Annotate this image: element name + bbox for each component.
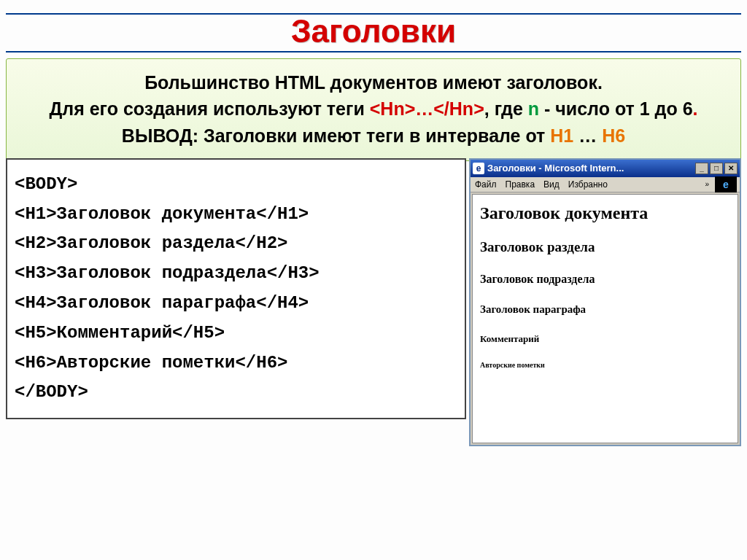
code-line: <H2>Заголовок раздела</H2> (15, 229, 457, 259)
menu-edit[interactable]: Правка (506, 179, 535, 190)
code-box: <BODY> <H1>Заголовок документа</H1> <H2>… (6, 158, 466, 419)
chevron-right-icon[interactable]: » (705, 180, 709, 188)
ie-app-icon: e (473, 163, 484, 174)
info-text3: - число от 1 до 6 (539, 98, 692, 119)
maximize-button[interactable]: □ (710, 163, 723, 174)
code-line: <H6>Авторские пометки</H6> (15, 349, 457, 378)
minimize-button[interactable]: _ (695, 163, 708, 174)
preview-h6: Авторские пометки (480, 361, 730, 369)
code-line: <H5>Комментарий</H5> (15, 319, 457, 349)
info-text: Для его создания используют теги (49, 98, 369, 119)
info-line-1: Большинство HTML документов имеют заголо… (14, 69, 733, 96)
title-underline (6, 51, 741, 52)
close-button[interactable]: ✕ (724, 163, 738, 174)
info-text2: , где (484, 98, 528, 119)
tag-close: </Hn> (433, 98, 484, 119)
browser-menubar: Файл Правка Вид Избранно » e (471, 177, 740, 192)
info-line-2: Для его создания используют теги <Hn>…</… (14, 96, 733, 122)
menu-view[interactable]: Вид (543, 179, 560, 190)
code-line: <H1>Заголовок документа</H1> (15, 200, 457, 230)
code-line: <H4>Заголовок параграфа</H4> (15, 289, 457, 319)
info-text4: ВЫВОД: Заголовки имеют теги в интервале … (122, 125, 550, 146)
ie-throbber-icon: e (715, 176, 737, 192)
tag-dots: … (415, 98, 433, 119)
menu-file[interactable]: Файл (475, 179, 497, 190)
h1-label: H1 (550, 125, 573, 146)
preview-h2: Заголовок раздела (480, 239, 730, 255)
menu-favorites[interactable]: Избранно (568, 179, 608, 190)
h6-label: H6 (602, 125, 625, 146)
preview-h3: Заголовок подраздела (480, 273, 730, 286)
browser-titlebar: e Заголовки - Microsoft Intern... _ □ ✕ (471, 160, 740, 177)
browser-window: e Заголовки - Microsoft Intern... _ □ ✕ … (469, 158, 741, 446)
code-line: <BODY> (15, 170, 457, 200)
slide-title: Заголовки (0, 13, 747, 50)
preview-h4: Заголовок параграфа (480, 303, 730, 316)
browser-content: Заголовок документа Заголовок раздела За… (472, 194, 738, 443)
code-line: <H3>Заголовок подраздела</H3> (15, 259, 457, 289)
preview-h1: Заголовок документа (480, 203, 730, 223)
info-line-3: ВЫВОД: Заголовки имеют теги в интервале … (14, 122, 733, 149)
n-var: n (528, 98, 539, 119)
period: . (693, 98, 698, 119)
code-line: </BODY> (15, 378, 457, 408)
info-box: Большинство HTML документов имеют заголо… (6, 58, 741, 161)
browser-title: Заголовки - Microsoft Intern... (487, 163, 694, 174)
tag-open: <Hn> (370, 98, 416, 119)
preview-h5: Комментарий (480, 333, 730, 345)
ellipsis: … (573, 125, 602, 146)
